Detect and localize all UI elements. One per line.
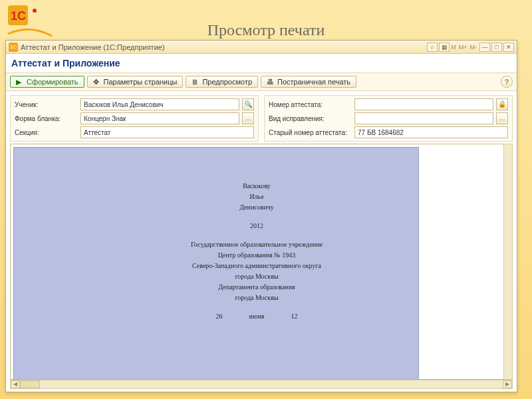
- attestat-number-input[interactable]: [354, 98, 493, 110]
- attestat-number-label: Номер аттестата:: [269, 101, 352, 108]
- form-select-button[interactable]: …: [242, 112, 254, 124]
- -left-patronymic: Денисовичу: [167, 202, 346, 213]
- titlebar-close-button[interactable]: ✕: [503, 43, 514, 52]
- svg-text:1С: 1С: [11, 9, 26, 23]
- fields-panel: Ученик: 🔍 Форма бланка: … Секция: Номер …: [6, 91, 517, 146]
- arrows-icon: ✥: [93, 78, 101, 86]
- form-input[interactable]: [80, 112, 239, 124]
- form-title: Аттестат и Приложение: [6, 54, 517, 72]
- old-number-input[interactable]: [354, 126, 508, 138]
- preview-label: Предпросмотр: [202, 78, 252, 86]
- doc-line4: города Москвы: [167, 271, 346, 282]
- page-title: Просмотр печати: [0, 21, 532, 39]
- titlebar-mminus-button[interactable]: M-: [469, 44, 479, 51]
- svg-point-2: [33, 9, 37, 13]
- titlebar-m-button[interactable]: M: [450, 44, 458, 51]
- paged-print-label: Постраничная печать: [277, 78, 350, 86]
- app-window: 1С Аттестат и Приложение (1С:Предприятие…: [5, 40, 517, 392]
- doc-icon: 🗎: [192, 78, 200, 86]
- generate-label: Сформировать: [27, 78, 78, 86]
- section-label: Секция:: [15, 129, 78, 136]
- titlebar: 1С Аттестат и Приложение (1С:Предприятие…: [6, 41, 517, 54]
- titlebar-mplus-button[interactable]: M+: [458, 44, 469, 51]
- section-input[interactable]: [80, 126, 254, 138]
- preview-page: Васюкову Илье Денисовичу 2012 Государств…: [13, 147, 419, 380]
- toolbar: ▶ Сформировать ✥ Параметры страницы 🗎 Пр…: [6, 72, 517, 91]
- doc-line6: города Москвы: [167, 293, 346, 303]
- doc-name: Илье: [167, 192, 346, 202]
- fields-left: Ученик: 🔍 Форма бланка: … Секция:: [10, 95, 259, 142]
- doc-line1: Государственное образовательное учрежден…: [167, 239, 346, 250]
- play-icon: ▶: [16, 78, 24, 86]
- old-number-label: Старый номер аттестата:: [269, 129, 352, 136]
- document-text: Васюкову Илье Денисовичу 2012 Государств…: [167, 181, 346, 322]
- generate-button[interactable]: ▶ Сформировать: [10, 76, 84, 88]
- titlebar-star-button[interactable]: ☆: [427, 43, 438, 52]
- page-params-label: Параметры страницы: [104, 78, 178, 86]
- doc-line2: Центр образования № 1943: [167, 250, 346, 261]
- preview-button[interactable]: 🗎 Предпросмотр: [186, 76, 258, 88]
- scrollbar-horizontal[interactable]: ◀ ▶: [10, 380, 513, 389]
- correction-type-input[interactable]: [354, 112, 493, 124]
- scroll-right-button[interactable]: ▶: [503, 380, 512, 388]
- titlebar-minimize-button[interactable]: —: [479, 43, 490, 52]
- page-params-button[interactable]: ✥ Параметры страницы: [87, 76, 184, 88]
- titlebar-grid-button[interactable]: ▦: [439, 43, 450, 52]
- scroll-thumb[interactable]: [20, 380, 40, 388]
- student-select-button[interactable]: 🔍: [242, 98, 254, 110]
- doc-day: 26: [216, 311, 223, 322]
- doc-year: 2012: [167, 221, 346, 231]
- titlebar-maximize-button[interactable]: □: [491, 43, 502, 52]
- student-input[interactable]: [80, 98, 239, 110]
- student-label: Ученик:: [15, 101, 78, 108]
- print-preview-area: Васюкову Илье Денисовичу 2012 Государств…: [10, 144, 513, 380]
- correction-select-button[interactable]: …: [496, 112, 508, 124]
- form-label: Форма бланка:: [15, 115, 78, 122]
- paged-print-button[interactable]: 🖶 Постраничная печать: [261, 76, 356, 88]
- correction-type-label: Вид исправления:: [269, 115, 352, 122]
- doc-year-short: 12: [291, 311, 297, 322]
- doc-surname: Васюкову: [167, 181, 346, 192]
- doc-month: июня: [249, 311, 265, 322]
- scroll-left-button[interactable]: ◀: [11, 380, 20, 388]
- help-button[interactable]: ?: [501, 76, 513, 88]
- printer-icon: 🖶: [267, 78, 275, 86]
- scrollbar-vertical[interactable]: [503, 144, 513, 380]
- fields-right: Номер аттестата: 🔒 Вид исправления: … Ст…: [264, 95, 513, 142]
- doc-line5: Департамента образования: [167, 282, 346, 293]
- doc-line3: Северо-Западного административного округ…: [167, 261, 346, 271]
- titlebar-text: Аттестат и Приложение (1С:Предприятие): [21, 43, 165, 51]
- attestat-lock-button[interactable]: 🔒: [496, 98, 508, 110]
- app-icon: 1С: [9, 43, 18, 52]
